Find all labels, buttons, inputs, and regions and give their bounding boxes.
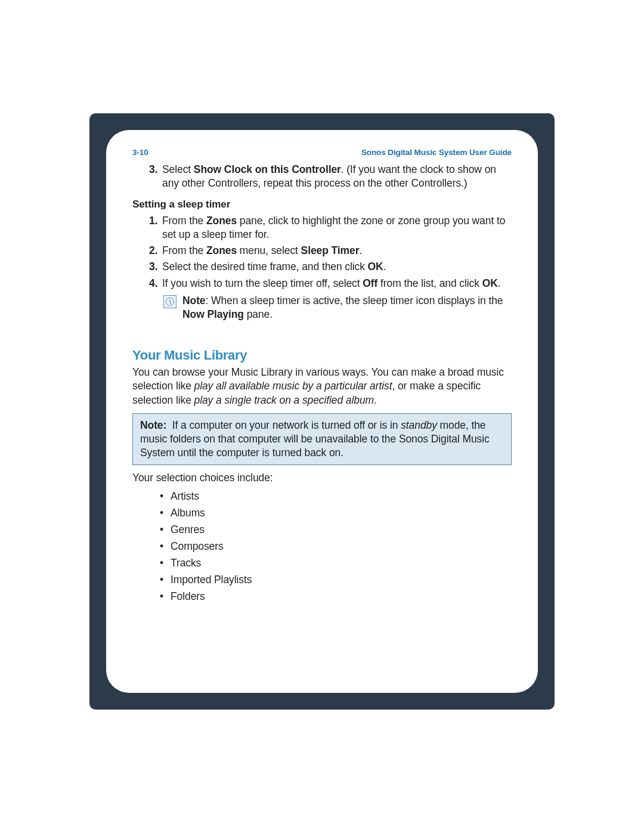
choices-intro: Your selection choices include: [132,471,512,485]
clock-steps-list: 3. Select Show Clock on this Controller.… [132,163,512,190]
list-item: Folders [160,588,512,605]
step-number: 2. [149,244,162,258]
note-text: Note: When a sleep timer is active, the … [182,294,512,321]
list-item: Genres [160,521,512,538]
list-item: Tracks [160,555,512,571]
page-number: 3-10 [132,148,148,157]
sleep-timer-icon [163,295,177,308]
step-text: Select Show Clock on this Controller. (I… [162,163,512,190]
choices-list: ArtistsAlbumsGenresComposersTracksImport… [160,488,512,605]
step-number: 3. [149,260,162,274]
guide-title: Sonos Digital Music System User Guide [361,148,512,157]
list-item: 1.From the Zones pane, click to highligh… [149,214,512,241]
list-item: 2.From the Zones menu, select Sleep Time… [149,244,512,258]
page-content: 3-10 Sonos Digital Music System User Gui… [106,130,538,693]
page-header: 3-10 Sonos Digital Music System User Gui… [132,148,512,157]
step-number: 4. [149,277,162,290]
list-item: Albums [160,504,512,521]
step-text: From the Zones menu, select Sleep Timer. [162,244,512,258]
library-note-box: Note: If a computer on your network is t… [132,413,512,465]
sleep-timer-heading: Setting a sleep timer [132,199,512,210]
step-text: If you wish to turn the sleep timer off,… [162,277,512,290]
list-item: 4.If you wish to turn the sleep timer of… [149,277,512,290]
page-frame: 3-10 Sonos Digital Music System User Gui… [89,113,555,710]
sleep-timer-note: Note: When a sleep timer is active, the … [163,294,512,321]
list-item: Composers [160,538,512,555]
list-item: 3.Select the desired time frame, and the… [149,260,512,274]
list-item: Artists [160,488,512,504]
sleep-steps-list: 1.From the Zones pane, click to highligh… [132,214,512,290]
list-item: Imported Playlists [160,571,512,588]
music-library-heading: Your Music Library [132,348,512,363]
library-intro: You can browse your Music Library in var… [132,366,512,407]
step-text: Select the desired time frame, and then … [162,260,512,274]
step-text: From the Zones pane, click to highlight … [162,214,512,241]
step-number: 1. [149,214,162,241]
list-item: 3. Select Show Clock on this Controller.… [149,163,512,190]
step-number: 3. [149,163,162,190]
